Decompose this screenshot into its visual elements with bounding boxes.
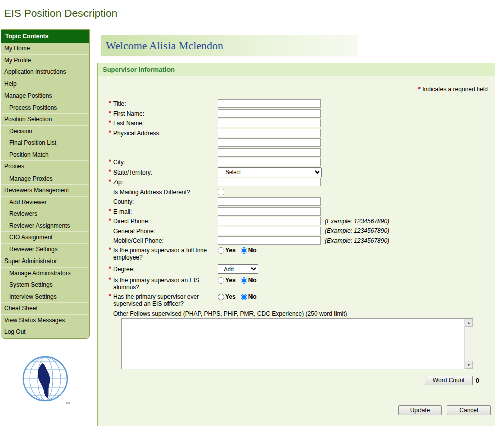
direct-phone-input[interactable] (218, 217, 321, 225)
required-asterisk: * (109, 119, 113, 126)
required-asterisk: * (109, 208, 113, 215)
sidebar-item[interactable]: Decision (1, 126, 89, 138)
first-name-input[interactable] (218, 109, 321, 118)
cancel-button[interactable]: Cancel (447, 405, 491, 415)
mobile-phone-input[interactable] (218, 236, 321, 245)
sidebar-item[interactable]: My Home (1, 43, 89, 55)
update-button[interactable]: Update (398, 405, 442, 415)
direct-phone-label: Direct Phone: (113, 217, 218, 225)
supervised-eis-radio-group: Yes No (218, 293, 257, 301)
scrollbar-track[interactable] (465, 327, 473, 361)
sidebar-item[interactable]: Manage Administrators (1, 268, 89, 280)
title-label: Title: (113, 100, 218, 107)
scroll-up-icon[interactable]: ▲ (465, 319, 473, 327)
full-time-row: * Is the primary supervisor a full time … (109, 246, 491, 263)
sidebar-item[interactable]: Final Position List (1, 137, 89, 149)
supervisor-information-panel: Supervisor Information * Indicates a req… (97, 63, 495, 426)
title-input[interactable] (218, 99, 321, 108)
email-label: E-mail: (113, 208, 218, 215)
sidebar-item[interactable]: Log Out (1, 326, 89, 338)
sidebar-item[interactable]: Process Positions (1, 102, 89, 114)
physical-address-line1-input[interactable] (218, 129, 321, 137)
globe-icon: TM (21, 355, 71, 405)
city-input[interactable] (218, 158, 321, 166)
required-asterisk: * (109, 129, 113, 136)
required-asterisk: * (109, 158, 113, 165)
county-input[interactable] (218, 197, 321, 206)
state-territory-label: State/Territory: (113, 168, 218, 176)
sidebar-item[interactable]: Manage Positions (1, 90, 89, 102)
sidebar-item[interactable]: Add Reviewer (1, 197, 89, 209)
required-field-note: * Indicates a required field (418, 85, 488, 93)
sidebar-item[interactable]: Application Instructions (1, 66, 89, 78)
mailing-address-different-checkbox[interactable] (218, 189, 224, 195)
required-asterisk: * (109, 276, 113, 283)
other-fellows-textarea-wrap: ▲ ▼ (121, 318, 473, 369)
sidebar-item[interactable]: My Profile (1, 55, 89, 67)
degree-row: * Degree: --Add-- (109, 263, 491, 276)
full-time-yes-radio[interactable] (218, 247, 224, 254)
direct-phone-example: (Example: 1234567890) (325, 218, 389, 225)
sidebar-item[interactable]: Reviewer Assignments (1, 220, 89, 232)
first-name-row: * First Name: (109, 109, 491, 119)
welcome-text: Welcome Alisia Mclendon (101, 35, 358, 56)
county-row: County: (109, 197, 491, 207)
alumnus-row: * Is the primary supervisor an EIS alumn… (109, 276, 491, 292)
general-phone-label: General Phone: (113, 227, 218, 235)
supervisor-form: * Title: * First Name: * Last Name: (109, 99, 491, 415)
textarea-scrollbar[interactable]: ▲ ▼ (464, 319, 473, 369)
word-count-button[interactable]: Word Count (425, 376, 473, 385)
alumnus-radio-group: Yes No (218, 277, 257, 284)
full-time-yes-label: Yes (225, 247, 236, 254)
physical-address-line3-row (109, 148, 491, 158)
sidebar-item[interactable]: Cheat Sheet (1, 303, 89, 315)
email-row: * E-mail: (109, 207, 491, 217)
supervised-eis-label: Has the primary supervisor ever supervis… (113, 293, 218, 307)
city-row: * City: (109, 157, 491, 167)
physical-address-line3-input[interactable] (218, 148, 321, 157)
direct-phone-row: * Direct Phone: (Example: 1234567890) (109, 216, 491, 226)
required-asterisk: * (109, 293, 113, 300)
degree-label: Degree: (113, 265, 218, 273)
scroll-down-icon[interactable]: ▼ (465, 361, 473, 369)
sidebar-item[interactable]: Super Administrator (1, 255, 89, 268)
sidebar-item[interactable]: System Settings (1, 279, 89, 291)
alumnus-no-label: No (248, 277, 257, 284)
physical-address-label: Physical Address: (113, 129, 218, 137)
sidebar-item[interactable]: Manage Proxies (1, 173, 89, 185)
alumnus-no-radio[interactable] (241, 277, 247, 284)
sidebar-item[interactable]: Help (1, 78, 89, 91)
sidebar-item[interactable]: Position Selection (1, 114, 89, 126)
supervised-eis-no-radio[interactable] (241, 294, 247, 300)
sidebar-item[interactable]: Position Match (1, 149, 89, 161)
supervised-eis-yes-radio[interactable] (218, 294, 224, 300)
sidebar-item[interactable]: CIO Assignment (1, 232, 89, 244)
panel-header: Supervisor Information (98, 63, 495, 76)
general-phone-input[interactable] (218, 227, 321, 235)
sidebar-item[interactable]: View Status Messages (1, 315, 89, 327)
state-territory-row: * State/Territory: -- Select -- (109, 167, 491, 178)
other-fellows-label: Other Fellows supervised (PHAP, PHPS, PH… (109, 310, 491, 318)
sidebar-item[interactable]: Proxies (1, 161, 89, 173)
alumnus-label: Is the primary supervisor an EIS alumnus… (113, 276, 218, 291)
sidebar-item[interactable]: Interview Settings (1, 291, 89, 303)
email-input[interactable] (218, 207, 321, 216)
state-territory-select[interactable]: -- Select -- (218, 167, 322, 177)
last-name-input[interactable] (218, 119, 321, 127)
page: EIS Position Description Topic Contents … (0, 0, 504, 431)
zip-label: Zip: (113, 178, 218, 186)
sidebar-item[interactable]: Reviewer Settings (1, 244, 89, 256)
alumnus-yes-radio[interactable] (218, 277, 224, 284)
zip-input[interactable] (218, 178, 321, 186)
other-fellows-textarea[interactable] (122, 319, 465, 369)
physical-address-row: * Physical Address: (109, 128, 491, 138)
degree-select[interactable]: --Add-- (218, 264, 258, 274)
first-name-label: First Name: (113, 110, 218, 117)
full-time-no-label: No (248, 247, 257, 254)
physical-address-line2-input[interactable] (218, 138, 321, 147)
sidebar-item[interactable]: Reviewers (1, 208, 89, 220)
full-time-no-radio[interactable] (241, 247, 247, 254)
required-asterisk: * (109, 246, 113, 253)
sidebar-item[interactable]: Reviewers Management (1, 185, 89, 197)
physical-address-line2-row (109, 138, 491, 148)
